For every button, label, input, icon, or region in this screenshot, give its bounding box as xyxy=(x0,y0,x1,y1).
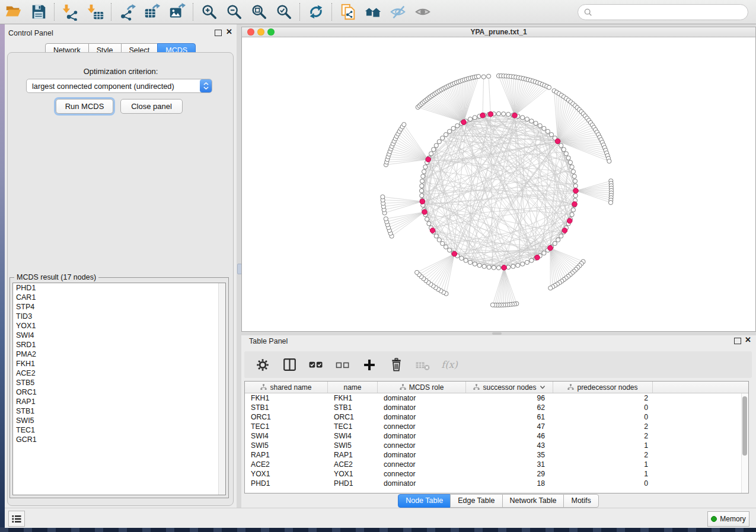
cell-MCDS-role[interactable]: connector xyxy=(378,422,466,431)
cell-shared-name[interactable]: STB1 xyxy=(245,403,328,412)
column-header-shared-name[interactable]: shared name xyxy=(245,382,328,393)
cell-name[interactable]: ACE2 xyxy=(328,460,378,469)
cell-MCDS-role[interactable]: dominator xyxy=(378,432,466,440)
gear-icon[interactable] xyxy=(254,356,272,374)
cell-MCDS-role[interactable]: dominator xyxy=(378,479,466,488)
cell-successor-nodes[interactable]: 62 xyxy=(466,403,553,412)
list-item[interactable]: STB1 xyxy=(13,406,225,416)
column-header-successor-nodes[interactable]: successor nodes xyxy=(466,382,553,393)
cell-shared-name[interactable]: TEC1 xyxy=(245,422,328,431)
cell-successor-nodes[interactable]: 47 xyxy=(466,422,553,431)
list-item[interactable]: RAP1 xyxy=(13,397,225,406)
table-row[interactable]: YOX1YOX1connector291 xyxy=(245,469,741,479)
columns-icon[interactable] xyxy=(280,356,298,374)
table-scrollbar-thumb[interactable] xyxy=(742,396,747,456)
add-column-icon[interactable] xyxy=(361,356,378,374)
show-all-button[interactable] xyxy=(413,2,433,22)
cell-MCDS-role[interactable]: connector xyxy=(378,470,466,478)
tab-edge-table[interactable]: Edge Table xyxy=(450,494,502,508)
cell-predecessor-nodes[interactable]: 0 xyxy=(553,413,653,421)
cell-predecessor-nodes[interactable]: 2 xyxy=(553,422,653,431)
table-row[interactable]: RAP1RAP1dominator352 xyxy=(245,450,741,460)
cell-predecessor-nodes[interactable]: 1 xyxy=(553,460,653,469)
network-canvas[interactable] xyxy=(241,37,756,332)
cell-shared-name[interactable]: SWI4 xyxy=(245,432,328,440)
close-panel-icon[interactable]: ✕ xyxy=(226,29,232,35)
cell-shared-name[interactable]: RAP1 xyxy=(245,451,328,459)
table-row[interactable]: PHD1PHD1dominator180 xyxy=(245,479,741,488)
delete-icon[interactable] xyxy=(387,356,405,374)
open-file-button[interactable] xyxy=(4,2,24,22)
cell-MCDS-role[interactable]: dominator xyxy=(378,413,466,421)
cell-name[interactable]: STB1 xyxy=(328,403,378,412)
export-image-button[interactable] xyxy=(167,2,187,22)
table-row[interactable]: SWI4SWI4dominator462 xyxy=(245,431,741,441)
cell-MCDS-role[interactable]: dominator xyxy=(378,403,466,412)
table-row[interactable]: TEC1TEC1connector472 xyxy=(245,422,741,431)
list-item[interactable]: FKH1 xyxy=(13,359,225,368)
export-table-button[interactable] xyxy=(142,2,162,22)
search-input[interactable] xyxy=(593,7,748,17)
tab-motifs[interactable]: Motifs xyxy=(563,494,598,508)
table-scrollbar[interactable] xyxy=(741,393,748,493)
import-network-button[interactable] xyxy=(60,2,81,22)
zoom-out-button[interactable] xyxy=(224,2,244,22)
list-item[interactable]: SRD1 xyxy=(13,340,225,350)
run-mcds-button[interactable]: Run MCDS xyxy=(56,99,113,114)
horizontal-splitter-grip[interactable] xyxy=(492,332,502,335)
zoom-selected-button[interactable] xyxy=(274,2,294,22)
list-item[interactable]: STP4 xyxy=(13,302,225,312)
import-table-button[interactable] xyxy=(85,2,106,22)
zoom-in-button[interactable] xyxy=(199,2,219,22)
cell-name[interactable]: TEC1 xyxy=(328,422,378,431)
criterion-dropdown[interactable]: largest connected component (undirected) xyxy=(26,79,212,93)
cell-shared-name[interactable]: YOX1 xyxy=(245,470,328,478)
cell-name[interactable]: SWI5 xyxy=(328,441,378,450)
cell-name[interactable]: YOX1 xyxy=(328,470,378,478)
cell-successor-nodes[interactable]: 46 xyxy=(466,432,553,440)
cell-shared-name[interactable]: SWI5 xyxy=(245,441,328,450)
cell-successor-nodes[interactable]: 61 xyxy=(466,413,553,421)
column-header-predecessor-nodes[interactable]: predecessor nodes xyxy=(553,382,653,393)
list-item[interactable]: SWI4 xyxy=(13,331,225,340)
cell-successor-nodes[interactable]: 96 xyxy=(466,394,553,402)
table-row[interactable]: STB1STB1dominator620 xyxy=(245,403,741,412)
select-all-icon[interactable] xyxy=(307,356,325,374)
cell-shared-name[interactable]: ORC1 xyxy=(245,413,328,421)
cell-MCDS-role[interactable]: dominator xyxy=(378,451,466,459)
table-row[interactable]: ORC1ORC1dominator610 xyxy=(245,412,741,422)
cell-MCDS-role[interactable]: connector xyxy=(378,460,466,469)
zoom-fit-button[interactable] xyxy=(249,2,269,22)
list-item[interactable]: ACE2 xyxy=(13,368,225,378)
cell-shared-name[interactable]: PHD1 xyxy=(245,479,328,488)
cell-shared-name[interactable]: FKH1 xyxy=(245,394,328,402)
table-row[interactable]: SWI5SWI5connector431 xyxy=(245,441,741,450)
duplicate-network-button[interactable] xyxy=(338,2,358,22)
network-graph[interactable] xyxy=(242,37,755,331)
tab-node-table[interactable]: Node Table xyxy=(398,494,451,508)
memory-button[interactable]: Memory xyxy=(707,511,749,527)
cell-predecessor-nodes[interactable]: 1 xyxy=(553,470,653,478)
cell-name[interactable]: RAP1 xyxy=(328,451,378,459)
list-item[interactable]: GCR1 xyxy=(13,435,225,444)
cell-successor-nodes[interactable]: 18 xyxy=(466,479,553,488)
list-item[interactable]: TEC1 xyxy=(13,425,225,435)
cell-name[interactable]: FKH1 xyxy=(328,394,378,402)
cell-MCDS-role[interactable]: connector xyxy=(378,441,466,450)
list-item[interactable]: PHD1 xyxy=(13,283,225,293)
hide-selected-button[interactable] xyxy=(388,2,408,22)
tab-network-table[interactable]: Network Table xyxy=(502,494,564,508)
list-item[interactable]: ORC1 xyxy=(13,387,225,397)
list-item[interactable]: YOX1 xyxy=(13,321,225,331)
list-item[interactable]: STB5 xyxy=(13,378,225,387)
deselect-all-icon[interactable] xyxy=(334,356,352,374)
cell-successor-nodes[interactable]: 29 xyxy=(466,470,553,478)
column-header-name[interactable]: name xyxy=(328,382,378,393)
cell-predecessor-nodes[interactable]: 2 xyxy=(553,451,653,459)
table-row[interactable]: ACE2ACE2connector311 xyxy=(245,460,741,469)
refresh-button[interactable] xyxy=(306,2,326,22)
table-row[interactable]: FKH1FKH1dominator962 xyxy=(245,393,741,403)
list-item[interactable]: PMA2 xyxy=(13,350,225,359)
cell-predecessor-nodes[interactable]: 2 xyxy=(553,394,653,402)
column-header-MCDS-role[interactable]: MCDS role xyxy=(378,382,466,393)
